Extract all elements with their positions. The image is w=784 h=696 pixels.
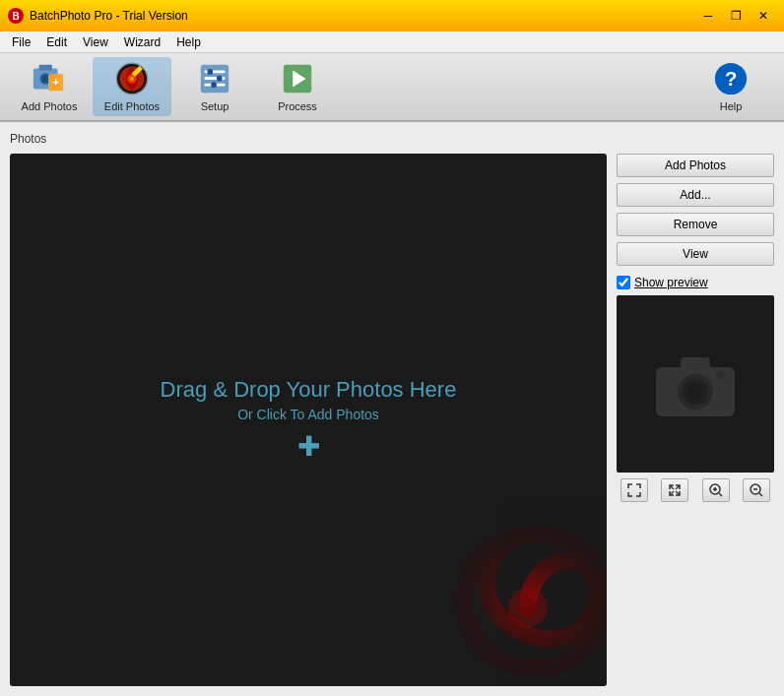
svg-rect-1 bbox=[39, 65, 52, 71]
drop-zone[interactable]: Drag & Drop Your Photos Here Or Click To… bbox=[10, 154, 607, 686]
help-icon: ? bbox=[712, 61, 750, 96]
edit-photos-icon bbox=[113, 61, 151, 96]
svg-text:+: + bbox=[52, 76, 59, 88]
svg-point-17 bbox=[217, 76, 223, 82]
section-title: Photos bbox=[10, 132, 774, 146]
process-icon bbox=[279, 61, 316, 96]
process-label: Process bbox=[278, 100, 317, 112]
svg-point-30 bbox=[716, 371, 724, 379]
close-button[interactable]: ✕ bbox=[751, 6, 776, 26]
svg-point-18 bbox=[211, 82, 217, 88]
restore-button[interactable]: ❐ bbox=[723, 6, 749, 26]
dropzone-plus-icon: ✚ bbox=[297, 430, 320, 463]
toolbar-setup[interactable]: Setup bbox=[175, 57, 254, 116]
right-panel: Add Photos Add... Remove View Show previ… bbox=[617, 154, 774, 686]
window-controls: ─ ❐ ✕ bbox=[695, 6, 776, 26]
preview-box bbox=[617, 295, 774, 473]
zoom-in-icon bbox=[709, 483, 723, 497]
remove-button[interactable]: Remove bbox=[617, 213, 774, 236]
dropzone-secondary-text: Or Click To Add Photos bbox=[237, 407, 379, 422]
svg-line-36 bbox=[719, 493, 722, 496]
add-photos-label: Add Photos bbox=[22, 100, 78, 112]
fit-view-button[interactable] bbox=[621, 478, 648, 502]
menu-bar: File Edit View Wizard Help bbox=[0, 32, 784, 53]
svg-point-24 bbox=[518, 598, 538, 617]
fit-icon bbox=[627, 483, 641, 497]
zoom-out-button[interactable] bbox=[743, 478, 770, 502]
add-button[interactable]: Add... bbox=[617, 183, 774, 207]
add-photos-icon: + bbox=[31, 61, 68, 96]
camera-icon bbox=[651, 348, 740, 421]
dropzone-primary-text: Drag & Drop Your Photos Here bbox=[161, 377, 457, 403]
show-preview-checkbox[interactable] bbox=[617, 276, 630, 289]
menu-edit[interactable]: Edit bbox=[38, 33, 75, 51]
toolbar: + Add Photos Edit Photos Setup bbox=[0, 53, 784, 122]
svg-point-10 bbox=[130, 77, 134, 81]
expand-view-button[interactable] bbox=[661, 478, 688, 502]
svg-point-16 bbox=[207, 69, 213, 75]
menu-file[interactable]: File bbox=[4, 33, 38, 51]
preview-checkbox-row: Show preview bbox=[617, 276, 774, 289]
svg-text:?: ? bbox=[725, 67, 738, 90]
toolbar-help[interactable]: ? Help bbox=[691, 57, 770, 116]
svg-point-3 bbox=[41, 75, 49, 83]
preview-section: Show preview bbox=[617, 276, 774, 502]
show-preview-label[interactable]: Show preview bbox=[634, 276, 708, 289]
setup-label: Setup bbox=[201, 100, 229, 112]
menu-wizard[interactable]: Wizard bbox=[116, 33, 168, 51]
window-title: BatchPhoto Pro - Trial Version bbox=[30, 9, 695, 23]
help-label: Help bbox=[720, 100, 743, 112]
toolbar-edit-photos[interactable]: Edit Photos bbox=[93, 57, 171, 116]
edit-photos-label: Edit Photos bbox=[104, 100, 160, 112]
zoom-in-button[interactable] bbox=[702, 478, 730, 502]
add-photos-button[interactable]: Add Photos bbox=[617, 154, 774, 177]
svg-line-40 bbox=[759, 493, 762, 496]
view-button[interactable]: View bbox=[617, 242, 774, 266]
photos-area: Drag & Drop Your Photos Here Or Click To… bbox=[10, 154, 774, 686]
minimize-button[interactable]: ─ bbox=[695, 6, 721, 26]
menu-help[interactable]: Help bbox=[168, 33, 209, 51]
main-content: Photos Drag & Drop Your Photos Here Or C… bbox=[0, 122, 784, 696]
setup-icon bbox=[196, 61, 233, 96]
title-bar: B BatchPhoto Pro - Trial Version ─ ❐ ✕ bbox=[0, 0, 784, 32]
app-icon: B bbox=[8, 8, 24, 24]
spiral-decoration bbox=[429, 509, 607, 686]
preview-controls bbox=[617, 478, 774, 502]
zoom-out-icon bbox=[750, 483, 763, 497]
svg-point-28 bbox=[687, 384, 703, 400]
menu-view[interactable]: View bbox=[75, 33, 116, 51]
toolbar-add-photos[interactable]: + Add Photos bbox=[10, 57, 89, 116]
expand-icon bbox=[668, 483, 682, 497]
toolbar-process[interactable]: Process bbox=[258, 57, 337, 116]
svg-rect-29 bbox=[681, 357, 710, 371]
